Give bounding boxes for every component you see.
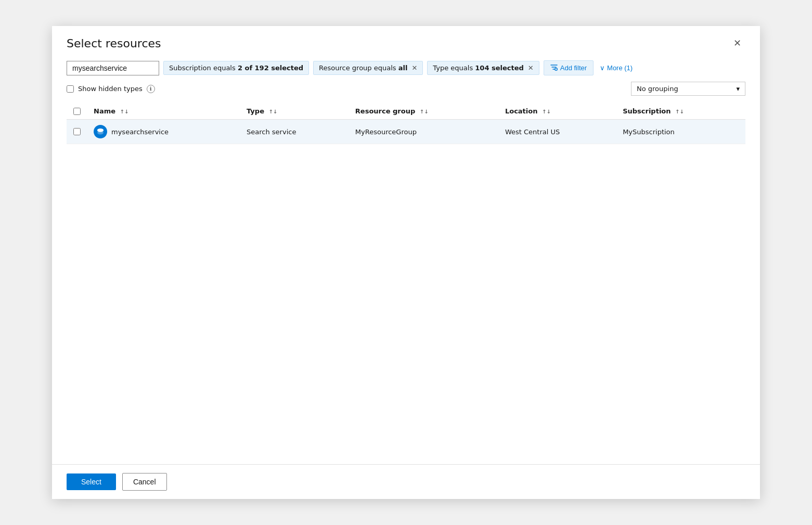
resource-group-sort-icon: ↑↓ [420, 109, 429, 114]
row-type-cell: Search service [240, 120, 349, 144]
row-resource-group: MyResourceGroup [355, 128, 417, 136]
show-hidden-checkbox[interactable] [67, 85, 74, 93]
more-button[interactable]: ∨ More (1) [598, 61, 635, 74]
chevron-down-icon: ∨ [600, 64, 605, 72]
more-label: More (1) [607, 64, 633, 72]
col-header-location[interactable]: Location ↑↓ [499, 103, 616, 120]
type-filter-label: Type equals 104 selected [433, 64, 524, 72]
dialog-footer: Select Cancel [52, 464, 760, 499]
resources-table-container: Name ↑↓ Type ↑↓ Resource group ↑↓ Loca [67, 103, 745, 464]
filter-bar: Subscription equals 2 of 192 selected Re… [67, 60, 745, 75]
row-subscription-cell: MySubscription [616, 120, 745, 144]
grouping-chevron-icon: ▾ [736, 85, 740, 93]
dialog-header: Select resources ✕ [52, 26, 760, 55]
grouping-dropdown[interactable]: No grouping ▾ [631, 82, 745, 96]
table-header-row: Name ↑↓ Type ↑↓ Resource group ↑↓ Loca [67, 103, 745, 120]
col-header-type[interactable]: Type ↑↓ [240, 103, 349, 120]
row-location: West Central US [505, 128, 560, 136]
row-location-cell: West Central US [499, 120, 616, 144]
row-subscription: MySubscription [623, 128, 675, 136]
dialog-title: Select resources [67, 37, 161, 50]
add-filter-button[interactable]: Add filter [544, 60, 594, 75]
subscription-sort-icon: ↑↓ [675, 109, 684, 114]
resource-group-filter-close[interactable]: ✕ [411, 64, 417, 72]
search-input[interactable] [67, 61, 159, 75]
row-checkbox-cell[interactable] [67, 120, 87, 144]
col-header-resource-group[interactable]: Resource group ↑↓ [349, 103, 499, 120]
row-type: Search service [247, 128, 296, 136]
location-sort-icon: ↑↓ [542, 109, 551, 114]
info-icon: ℹ [147, 85, 155, 93]
show-hidden-label[interactable]: Show hidden types ℹ [67, 85, 155, 93]
show-hidden-text: Show hidden types [78, 85, 143, 93]
resources-table: Name ↑↓ Type ↑↓ Resource group ↑↓ Loca [67, 103, 745, 144]
type-filter-close[interactable]: ✕ [528, 64, 534, 72]
row-resource-group-cell: MyResourceGroup [349, 120, 499, 144]
options-bar: Show hidden types ℹ No grouping ▾ [67, 82, 745, 96]
cancel-button[interactable]: Cancel [122, 473, 167, 491]
add-filter-icon [550, 63, 558, 72]
table-body: mysearchservice Search service MyResourc… [67, 120, 745, 144]
col-subscription-label: Subscription [623, 107, 671, 115]
row-name-cell: mysearchservice [87, 120, 240, 144]
select-all-header[interactable] [67, 103, 87, 120]
close-button[interactable]: ✕ [729, 36, 745, 50]
col-resource-group-label: Resource group [355, 107, 415, 115]
table-row[interactable]: mysearchservice Search service MyResourc… [67, 120, 745, 144]
resource-group-filter-label: Resource group equals all [319, 64, 407, 72]
subscription-filter-label: Subscription equals 2 of 192 selected [169, 64, 303, 72]
row-name: mysearchservice [111, 128, 169, 136]
add-filter-label: Add filter [560, 64, 587, 72]
name-sort-icon: ↑↓ [120, 109, 129, 114]
col-name-label: Name [94, 107, 115, 115]
select-button[interactable]: Select [67, 473, 116, 490]
select-resources-dialog: Select resources ✕ Subscription equals 2… [52, 26, 760, 499]
col-header-subscription[interactable]: Subscription ↑↓ [616, 103, 745, 120]
col-header-name[interactable]: Name ↑↓ [87, 103, 240, 120]
grouping-label: No grouping [637, 85, 678, 93]
dialog-body: Subscription equals 2 of 192 selected Re… [52, 55, 760, 464]
col-location-label: Location [505, 107, 538, 115]
resource-type-icon [94, 125, 107, 138]
select-all-checkbox[interactable] [73, 108, 81, 115]
subscription-filter-chip[interactable]: Subscription equals 2 of 192 selected [163, 61, 309, 75]
resource-group-filter-chip[interactable]: Resource group equals all ✕ [313, 61, 423, 75]
type-filter-chip[interactable]: Type equals 104 selected ✕ [427, 61, 539, 75]
row-checkbox[interactable] [73, 128, 81, 135]
type-sort-icon: ↑↓ [268, 109, 277, 114]
col-type-label: Type [247, 107, 264, 115]
